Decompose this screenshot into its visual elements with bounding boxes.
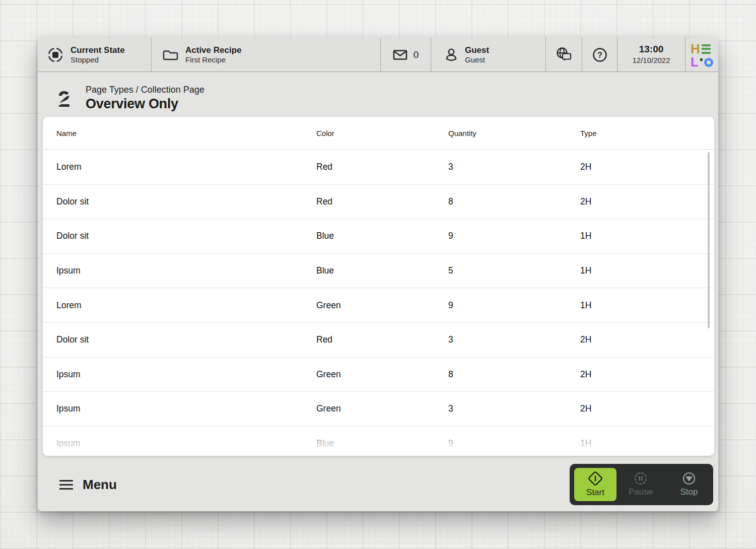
cell-quantity: 3	[448, 334, 580, 345]
cell-color: Blue	[316, 265, 448, 276]
breadcrumb: Page Types / Collection Page	[86, 84, 204, 96]
active-recipe-value: First Recipe	[185, 55, 242, 65]
cell-color: Green	[316, 369, 448, 380]
cell-quantity: 8	[448, 369, 580, 380]
cell-type: 2H	[580, 403, 714, 414]
clock-time: 13:00	[632, 44, 670, 55]
table-row: Dolor sit Red 3 2H	[43, 322, 714, 357]
cell-name: Lorem	[56, 162, 316, 172]
cell-color: Red	[316, 196, 448, 207]
cell-name: Ipsum	[56, 403, 316, 414]
top-bar: Current State Stopped Active Recipe Firs…	[38, 38, 718, 72]
page-header: 2 Page Types / Collection Page Overview …	[38, 72, 718, 116]
messages-button[interactable]: 0	[381, 38, 431, 72]
table-row: Lorem Green 9 1H	[43, 288, 714, 322]
page-title: Overview Only	[86, 96, 204, 112]
column-header: Quantity	[448, 129, 580, 138]
column-header: Color	[316, 129, 448, 138]
cell-type: 2H	[580, 369, 714, 380]
table-row: Ipsum Blue 9 1H	[43, 426, 714, 456]
user-value: Guest	[465, 55, 489, 65]
pause-icon	[634, 471, 648, 486]
table-scrollbar[interactable]	[708, 152, 710, 328]
table-row: Ipsum Green 3 2H	[43, 391, 714, 426]
cell-color: Green	[316, 300, 448, 311]
cell-type: 1H	[580, 438, 714, 449]
table-body: Lorem Red 3 2H Dolor sit Red 8 2H Dolor …	[43, 150, 714, 456]
table-row: Dolor sit Blue 9 1H	[43, 219, 714, 253]
hamburger-icon	[59, 480, 73, 490]
cell-type: 1H	[580, 265, 714, 276]
column-header: Type	[580, 129, 714, 138]
helio-logo: H L	[691, 42, 713, 67]
cell-color: Red	[316, 162, 448, 172]
current-state-value: Stopped	[71, 55, 125, 65]
user-label: Guest	[465, 45, 489, 55]
active-recipe-section: Active Recipe First Recipe	[152, 38, 381, 72]
start-icon	[588, 471, 603, 486]
table-card: NameColorQuantityType Lorem Red 3 2H Dol…	[43, 117, 714, 456]
logo-letter-i-dot	[700, 58, 703, 61]
menu-button-label: Menu	[83, 477, 117, 493]
column-header: Name	[56, 129, 316, 138]
logo-letter-o	[704, 58, 713, 67]
cell-name: Dolor sit	[56, 334, 316, 345]
user-icon	[444, 47, 458, 62]
cell-quantity: 3	[448, 162, 580, 172]
cell-color: Blue	[316, 231, 448, 241]
cell-color: Green	[316, 403, 448, 414]
current-state-section: Current State Stopped	[38, 38, 152, 72]
logo-letter-e-bars	[702, 44, 711, 54]
table-header-row: NameColorQuantityType	[43, 117, 714, 150]
table-row: Ipsum Green 8 2H	[43, 357, 714, 392]
cell-name: Ipsum	[56, 438, 316, 449]
folder-icon	[163, 48, 179, 62]
cell-name: Dolor sit	[56, 196, 316, 207]
language-button[interactable]	[546, 38, 582, 72]
logo-letter-h: H	[691, 43, 700, 54]
cell-quantity: 5	[448, 265, 580, 276]
cell-color: Red	[316, 334, 448, 345]
page-type-icon: 2	[55, 87, 74, 110]
cell-type: 1H	[580, 231, 714, 241]
stop-button-label: Stop	[680, 487, 698, 497]
language-globe-icon	[555, 47, 573, 63]
table-row: Dolor sit Red 8 2H	[43, 184, 714, 219]
start-button[interactable]: Start	[574, 468, 616, 501]
envelope-icon	[393, 49, 407, 61]
cell-type: 1H	[580, 300, 714, 311]
cell-quantity: 9	[448, 231, 580, 241]
logo-letter-l: L	[691, 56, 699, 67]
cell-type: 2H	[580, 162, 714, 172]
cell-quantity: 9	[448, 438, 580, 449]
clock-date: 12/10/2022	[632, 55, 670, 65]
cell-color: Blue	[316, 438, 448, 449]
svg-text:?: ?	[597, 50, 602, 59]
active-recipe-label: Active Recipe	[185, 45, 242, 55]
messages-count: 0	[414, 49, 419, 60]
logo-section: H L	[685, 38, 718, 72]
user-button[interactable]: Guest Guest	[431, 38, 546, 72]
cell-name: Ipsum	[56, 265, 316, 276]
stopped-state-icon	[47, 46, 64, 63]
clock-section: 13:00 12/10/2022	[617, 38, 685, 72]
cell-type: 2H	[580, 334, 714, 345]
table-row: Ipsum Blue 5 1H	[43, 253, 714, 288]
cell-name: Lorem	[56, 300, 316, 311]
cell-quantity: 8	[448, 196, 580, 207]
cell-name: Ipsum	[56, 369, 316, 380]
start-button-label: Start	[586, 488, 604, 498]
cell-quantity: 3	[448, 403, 580, 414]
machine-controls-panel: Start Pause Stop	[570, 464, 713, 505]
pause-button-label: Pause	[629, 487, 653, 497]
current-state-label: Current State	[71, 45, 125, 55]
stop-button[interactable]: Stop	[665, 468, 713, 501]
app-window: Current State Stopped Active Recipe Firs…	[38, 38, 718, 511]
cell-name: Dolor sit	[56, 231, 316, 241]
stop-icon	[682, 471, 696, 486]
cell-type: 2H	[580, 196, 714, 207]
menu-button[interactable]: Menu	[59, 477, 117, 493]
pause-button[interactable]: Pause	[616, 468, 665, 501]
cell-quantity: 9	[448, 300, 580, 311]
help-button[interactable]: ?	[582, 38, 617, 72]
